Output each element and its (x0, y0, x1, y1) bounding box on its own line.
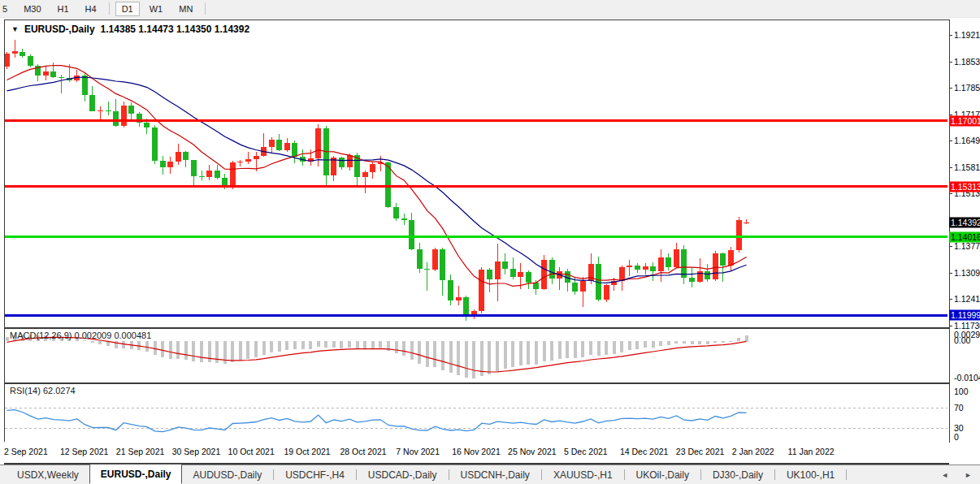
candle-body (518, 272, 523, 277)
candle-body (440, 249, 445, 281)
candle-body (20, 52, 25, 56)
macd-histogram-bar (659, 341, 662, 346)
macd-histogram-bar (652, 341, 655, 348)
tab-scroll-right-icon[interactable]: ► (965, 471, 972, 479)
candle-body (362, 172, 368, 177)
candle-body (121, 106, 127, 127)
macd-histogram-bar (278, 341, 281, 352)
macd-histogram-bar (169, 341, 172, 359)
macd-histogram-bar (511, 341, 514, 367)
ma-slow-line (7, 77, 747, 283)
candle-body (59, 77, 64, 78)
price-tick-label: 1.19210 (954, 30, 980, 40)
date-tick-label: 7 Nov 2021 (396, 447, 440, 456)
macd-histogram-bar (379, 341, 382, 348)
price-axis[interactable]: 1.192101.185301.178501.171701.164901.158… (948, 19, 980, 442)
timeframe-button-w1[interactable]: W1 (143, 2, 170, 16)
rsi-indicator-pane[interactable]: RSI(14) 62.0274 (4, 383, 950, 443)
macd-histogram-bar (332, 341, 336, 348)
macd-histogram-bar (674, 341, 678, 344)
macd-histogram-bar (504, 341, 507, 369)
axis-tick-mark (949, 273, 952, 274)
macd-histogram-bar (324, 341, 327, 348)
date-tick-label: 5 Dec 2021 (564, 447, 608, 456)
macd-histogram-bar (519, 341, 523, 365)
candle-body (650, 266, 656, 272)
axis-tick-mark (949, 193, 952, 194)
timeframe-button-d1[interactable]: D1 (115, 2, 140, 16)
candle-body (144, 123, 150, 127)
macd-histogram-bar (254, 341, 258, 357)
candle-body (284, 143, 290, 150)
macd-histogram-bar (535, 341, 538, 365)
candle-body (720, 253, 726, 266)
tab-ukoil-daily[interactable]: UKOil-,Daily (626, 466, 700, 484)
candle-body (674, 249, 679, 267)
macd-histogram-bar (176, 341, 180, 359)
tab-audusd-daily[interactable]: AUDUSD-,Daily (182, 466, 272, 484)
date-axis[interactable]: 2 Sep 202112 Sep 202121 Sep 202130 Sep 2… (4, 442, 949, 465)
tab-xauusd-h1[interactable]: XAUUSD-,H1 (543, 466, 623, 484)
timeframe-button-m30[interactable]: M30 (17, 2, 47, 16)
timeframe-button-5[interactable]: 5 (0, 2, 14, 16)
macd-histogram-bar (246, 341, 249, 359)
macd-tick-label: -0.01042 (954, 373, 980, 382)
candle-body (254, 156, 259, 159)
candle-body (191, 160, 197, 176)
timeframe-button-mn[interactable]: MN (172, 2, 199, 16)
symbol-dropdown-icon[interactable]: ▼ (11, 25, 19, 33)
candle-body (658, 257, 664, 272)
candle-body (113, 111, 119, 127)
macd-histogram-bar (457, 341, 460, 375)
candle-body (619, 267, 625, 281)
macd-histogram-bar (122, 341, 125, 348)
macd-tick-label: 0.00 (954, 335, 970, 345)
tab-separator (624, 469, 625, 480)
candle-body (479, 270, 484, 311)
macd-histogram-bar (410, 341, 414, 360)
rsi-label: RSI(14) 62.0274 (10, 386, 76, 395)
main-chart-pane[interactable]: ▼ EURUSD-,Daily 1.14385 1.14473 1.14350 … (4, 19, 950, 328)
price-tick-label: 1.13770 (954, 241, 980, 251)
tab-usdx-weekly[interactable]: USDX,Weekly (7, 466, 89, 484)
timeframe-button-h4[interactable]: H4 (79, 2, 103, 16)
candle-body (82, 76, 88, 95)
macd-histogram-bar (340, 341, 343, 348)
candle-body (713, 253, 718, 279)
timeframe-button-h1[interactable]: H1 (51, 2, 76, 16)
macd-indicator-pane[interactable]: MACD(12,26,9) 0.002009 0.000481 (4, 328, 950, 383)
axis-tick-mark (949, 62, 952, 63)
tab-uk100-h1[interactable]: UK100-,H1 (776, 466, 845, 484)
date-tick-label: 30 Sep 2021 (172, 447, 221, 456)
candle-body (588, 264, 594, 281)
price-tick-label: 1.15810 (954, 162, 980, 172)
macd-histogram-bar (613, 341, 616, 354)
tab-eurusd-daily[interactable]: EURUSD-,Daily (89, 464, 183, 484)
tab-separator (846, 469, 847, 480)
price-badge-117001: 1.17001 (949, 115, 980, 126)
rsi-tick-label: 0 (954, 432, 959, 442)
tab-scroll-left-icon[interactable]: ◄ (941, 471, 948, 479)
macd-histogram-bar (550, 341, 553, 361)
axis-tick-mark (949, 88, 952, 89)
macd-histogram-bar (698, 341, 701, 344)
candle-body (43, 71, 49, 75)
tab-usdcnh-daily[interactable]: USDCNH-,Daily (450, 466, 540, 484)
tab-separator (356, 469, 357, 480)
tab-usdchf-h4[interactable]: USDCHF-,H4 (275, 466, 355, 484)
macd-label: MACD(12,26,9) 0.002009 0.000481 (10, 331, 151, 340)
price-badge-111999: 1.11999 (949, 310, 980, 321)
candle-body (635, 266, 640, 270)
candle-body (417, 249, 423, 268)
rsi-tick-label: 30 (954, 423, 964, 433)
candle-body (276, 140, 282, 150)
macd-histogram-bar (465, 341, 468, 378)
macd-histogram-bar (317, 341, 320, 347)
tab-usdcad-daily[interactable]: USDCAD-,Daily (358, 466, 448, 484)
candle-body (183, 152, 189, 161)
rsi-tick-label: 70 (954, 403, 964, 413)
tab-dj30-daily[interactable]: DJ30-,Daily (702, 466, 774, 484)
chart-tab-bar: USDX,WeeklyEURUSD-,DailyAUDUSD-,DailyUSD… (0, 465, 980, 484)
tab-separator (449, 469, 449, 480)
macd-histogram-bar (691, 341, 694, 344)
